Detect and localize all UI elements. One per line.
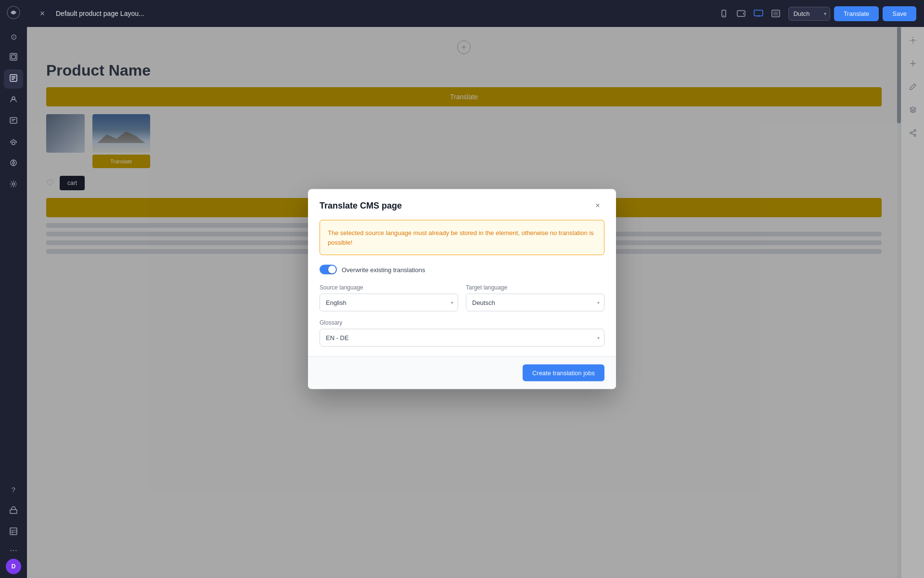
modal-close-button[interactable]: × [591,199,604,212]
mobile-device-icon[interactable] [717,7,731,20]
settings-icon [9,180,18,190]
overwrite-toggle[interactable] [320,265,337,275]
forms-icon [9,116,18,127]
source-language-select[interactable]: English Dutch German French [320,294,458,312]
source-language-select-wrapper: English Dutch German French ▾ [320,294,458,312]
layers-icon [9,53,18,63]
help-icon: ? [12,486,15,494]
modal-footer: Create translation jobs [308,356,616,389]
sidebar-item-layers[interactable] [4,48,23,67]
sidebar-item-marketing[interactable] [4,133,23,152]
sidebar-item-users[interactable] [4,91,23,110]
glossary-select[interactable]: EN - DE EN - FR EN - ES [320,329,604,347]
translate-modal: Translate CMS page × The selected source… [308,189,616,389]
users-icon [9,95,18,105]
language-dropdown[interactable]: Dutch English German [788,7,830,21]
target-language-group: Target language Deutsch French Spanish D… [466,284,604,312]
svg-rect-17 [10,510,17,513]
svg-point-13 [13,162,14,164]
glossary-label: Glossary [320,319,604,326]
svg-rect-1 [10,53,17,60]
svg-rect-18 [10,528,17,535]
target-language-select-wrapper: Deutsch French Spanish Dutch ▾ [466,294,604,312]
glossary-group: Glossary EN - DE EN - FR EN - ES ▾ [320,319,604,347]
sidebar-item-table[interactable] [4,523,23,542]
integrations-icon [9,158,18,169]
desktop-device-icon[interactable] [752,7,765,20]
svg-rect-11 [12,142,15,144]
toggle-label: Overwrite existing translations [342,266,425,273]
modal-title: Translate CMS page [320,200,402,210]
tablet-device-icon[interactable] [734,7,748,20]
svg-rect-2 [12,55,15,59]
sidebar: ⊙ [0,0,27,578]
sidebar-item-settings[interactable] [4,175,23,195]
source-language-group: Source language English Dutch German Fre… [320,284,458,312]
create-translation-jobs-button[interactable]: Create translation jobs [523,365,604,381]
overwrite-toggle-row: Overwrite existing translations [320,265,604,275]
sidebar-item-dashboard[interactable]: ⊙ [4,27,23,46]
sidebar-item-help[interactable]: ? [4,480,23,499]
warning-box: The selected source language must alread… [320,220,604,255]
warning-text: The selected source language must alread… [328,228,596,247]
table-icon [9,527,18,538]
svg-rect-8 [10,118,17,123]
save-button[interactable]: Save [883,6,916,21]
sidebar-logo[interactable] [5,4,22,21]
language-form-row: Source language English Dutch German Fre… [320,284,604,312]
device-switcher [717,7,783,20]
glossary-select-wrapper: EN - DE EN - FR EN - ES ▾ [320,329,604,347]
toggle-thumb [328,266,336,274]
topbar-actions: Dutch English German ▾ Translate Save [788,6,916,21]
pages-icon [9,74,18,84]
svg-point-16 [13,183,15,185]
sidebar-item-store[interactable] [4,501,23,521]
svg-rect-22 [722,10,726,17]
dashboard-icon: ⊙ [11,32,17,41]
target-language-label: Target language [466,284,604,291]
source-language-label: Source language [320,284,458,291]
sidebar-item-integrations[interactable] [4,154,23,173]
sidebar-item-forms[interactable] [4,112,23,131]
list-view-icon[interactable] [769,7,783,20]
sidebar-more[interactable]: ⋯ [8,544,19,557]
translate-button[interactable]: Translate [834,6,879,21]
modal-body: The selected source language must alread… [308,220,616,356]
language-selector[interactable]: Dutch English German ▾ [788,7,830,21]
marketing-icon [9,137,18,148]
target-language-select[interactable]: Deutsch French Spanish Dutch [466,294,604,312]
svg-rect-26 [754,10,763,16]
topbar: × Default product page Layou... [27,0,924,27]
modal-header: Translate CMS page × [308,189,616,220]
store-icon [9,506,18,516]
close-button[interactable]: × [35,6,50,21]
page-title: Default product page Layou... [56,10,711,17]
avatar[interactable]: D [6,559,21,574]
sidebar-item-pages[interactable] [4,69,23,89]
